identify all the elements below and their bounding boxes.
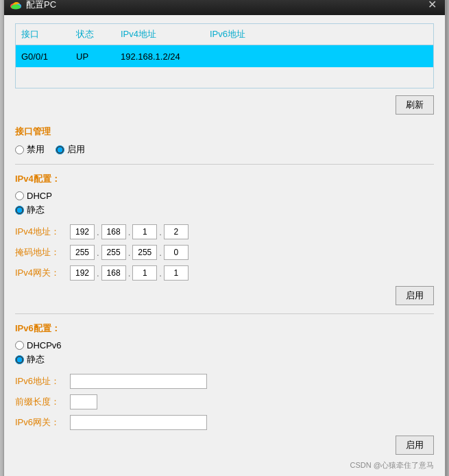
dot3: .	[158, 227, 162, 237]
ipv4-gw-label: IPv4网关：	[15, 267, 70, 279]
table-empty-row	[16, 67, 433, 88]
prefix-len-row: 前缀长度：	[15, 394, 434, 409]
refresh-button[interactable]: 刷新	[396, 95, 434, 115]
ipv4-addr-seg1[interactable]	[70, 224, 95, 239]
apply-ipv4-button[interactable]: 启用	[396, 286, 434, 305]
ipv4-mode-group: DHCP	[15, 191, 434, 201]
iface-mgmt-radio-group: 禁用 启用	[15, 143, 434, 156]
ipv6-static-label: 静态	[27, 353, 45, 366]
window-title: 配置PC	[26, 0, 56, 11]
iface-enable-radio-item: 启用	[56, 143, 85, 156]
ipv6-static-radio[interactable]	[15, 355, 24, 364]
row-ipv4: 192.168.1.2/24	[121, 51, 196, 62]
col-status: 状态	[76, 28, 107, 40]
iface-mgmt-title: 接口管理	[15, 126, 434, 138]
divider-1	[15, 164, 434, 165]
ipv6-addr-input[interactable]	[70, 374, 207, 389]
ipv4-dhcp-label: DHCP	[27, 191, 52, 201]
mask-addr-row: 掩码地址： . . .	[15, 245, 434, 260]
row-iface: G0/0/1	[21, 51, 62, 62]
ipv4-static-group: 静态	[15, 204, 434, 216]
ipv4-gw-seg1[interactable]	[70, 265, 95, 281]
col-iface: 接口	[21, 28, 62, 40]
iface-disable-radio[interactable]	[15, 145, 24, 154]
content-area: 接口 状态 IPv4地址 IPv6地址 G0/0/1 UP 192.168.1.…	[4, 15, 445, 476]
dot6: .	[158, 248, 162, 258]
ipv4-addr-seg3[interactable]	[132, 224, 157, 239]
table-header: 接口 状态 IPv4地址 IPv6地址	[16, 24, 433, 45]
table-row[interactable]: G0/0/1 UP 192.168.1.2/24	[16, 45, 433, 67]
iface-enable-label: 启用	[67, 143, 85, 156]
ipv6-dhcpv6-item: DHCPv6	[15, 340, 62, 350]
ipv4-gw-seg4[interactable]	[164, 265, 189, 281]
mask-seg3[interactable]	[132, 245, 157, 260]
ipv6-dhcpv6-radio[interactable]	[15, 341, 24, 350]
ipv4-addr-seg4[interactable]	[164, 224, 189, 239]
ipv4-section-title: IPv4配置：	[15, 173, 434, 185]
ipv4-static-label: 静态	[27, 204, 45, 216]
col-ipv4: IPv4地址	[121, 28, 196, 40]
ipv4-gw-input-group: . . .	[70, 265, 189, 281]
dot1: .	[96, 227, 100, 237]
ipv4-addr-seg2[interactable]	[101, 224, 126, 239]
title-bar-left: 配置PC	[10, 0, 56, 11]
title-bar: 配置PC ✕	[4, 0, 445, 15]
ipv4-gw-row: IPv4网关： . . .	[15, 265, 434, 281]
ipv4-dhcp-item: DHCP	[15, 191, 52, 201]
interface-table: 接口 状态 IPv4地址 IPv6地址 G0/0/1 UP 192.168.1.…	[15, 23, 434, 88]
apply-ipv6-row: 启用	[15, 436, 434, 455]
dot9: .	[158, 268, 162, 278]
ipv4-addr-label: IPv4地址：	[15, 226, 70, 238]
iface-disable-label: 禁用	[27, 143, 45, 156]
ipv4-addr-input-group: . . .	[70, 224, 189, 239]
ipv6-gw-label: IPv6网关：	[15, 416, 70, 429]
prefix-len-input[interactable]	[70, 394, 97, 409]
iface-disable-radio-item: 禁用	[15, 143, 45, 156]
col-ipv6: IPv6地址	[210, 28, 292, 40]
cloud-icon	[10, 0, 22, 10]
dot7: .	[96, 268, 100, 278]
ipv6-addr-row: IPv6地址：	[15, 374, 434, 389]
watermark: CSDN @心猿牵住了意马	[15, 460, 434, 471]
ipv6-addr-label: IPv6地址：	[15, 375, 70, 388]
mask-seg2[interactable]	[101, 245, 126, 260]
row-status: UP	[76, 51, 107, 62]
refresh-row: 刷新	[15, 95, 434, 115]
svg-point-3	[11, 5, 21, 10]
ipv4-addr-row: IPv4地址： . . .	[15, 224, 434, 239]
dot2: .	[128, 227, 132, 237]
ipv6-section-title: IPv6配置：	[15, 322, 434, 335]
ipv6-static-group: 静态	[15, 353, 434, 366]
prefix-len-label: 前缀长度：	[15, 396, 70, 408]
ipv4-dhcp-radio[interactable]	[15, 191, 24, 200]
iface-enable-radio[interactable]	[56, 145, 64, 154]
ipv6-dhcpv6-group: DHCPv6	[15, 340, 434, 350]
ipv6-dhcpv6-label: DHCPv6	[27, 340, 62, 350]
ipv6-static-item: 静态	[15, 353, 45, 366]
mask-input-group: . . .	[70, 245, 189, 260]
apply-ipv6-button[interactable]: 启用	[396, 436, 434, 455]
divider-2	[15, 313, 434, 314]
ipv4-gw-seg3[interactable]	[132, 265, 157, 281]
mask-addr-label: 掩码地址：	[15, 246, 70, 259]
dot4: .	[96, 248, 100, 258]
ipv6-gw-input[interactable]	[70, 415, 207, 430]
dot5: .	[128, 248, 132, 258]
mask-seg4[interactable]	[164, 245, 189, 260]
main-window: 配置PC ✕ 接口 状态 IPv4地址 IPv6地址 G0/0/1 UP 192…	[3, 0, 446, 476]
apply-ipv4-row: 启用	[15, 286, 434, 305]
close-button[interactable]: ✕	[425, 0, 439, 12]
ipv4-gw-seg2[interactable]	[101, 265, 126, 281]
mask-seg1[interactable]	[70, 245, 95, 260]
ipv4-static-item: 静态	[15, 204, 45, 216]
ipv6-gw-row: IPv6网关：	[15, 415, 434, 430]
dot8: .	[128, 268, 132, 278]
ipv4-static-radio[interactable]	[15, 206, 24, 215]
